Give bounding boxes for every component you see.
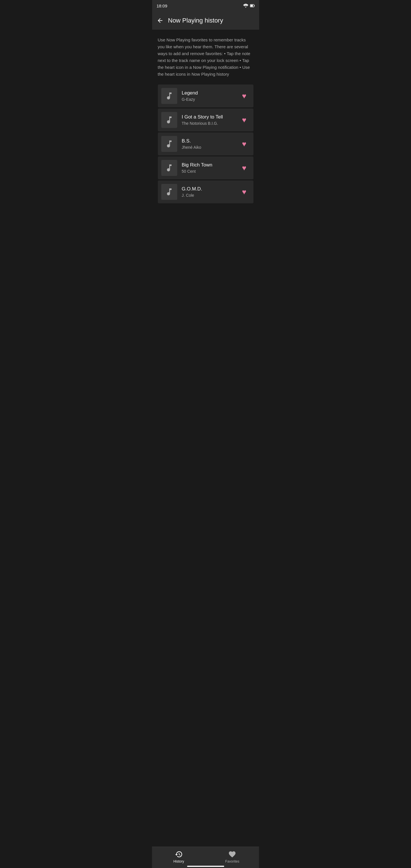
status-bar: 18:09 xyxy=(152,0,259,11)
music-note-icon xyxy=(165,115,174,124)
nav-favorites[interactable]: Favorites xyxy=(205,847,259,868)
music-note-icon xyxy=(165,140,174,149)
track-icon-3 xyxy=(161,136,177,152)
heart-button-2[interactable]: ♥ xyxy=(239,114,250,126)
track-info-1: Legend G-Eazy xyxy=(182,90,239,102)
bottom-nav: History Favorites xyxy=(152,846,259,868)
music-note-icon xyxy=(165,91,174,100)
heart-icon-3: ♥ xyxy=(242,140,246,149)
heart-icon-5: ♥ xyxy=(242,188,246,196)
main-content: Use Now Playing favorites to remember tr… xyxy=(152,30,259,210)
track-artist-2: The Notorious B.I.G. xyxy=(182,121,239,126)
track-icon-1 xyxy=(161,88,177,104)
heart-button-3[interactable]: ♥ xyxy=(239,138,250,150)
favorites-nav-label: Favorites xyxy=(225,860,239,863)
heart-button-1[interactable]: ♥ xyxy=(239,90,250,102)
back-arrow-icon xyxy=(157,17,163,24)
music-note-icon xyxy=(165,163,174,173)
music-note-icon xyxy=(165,187,174,196)
track-info-3: B.S. Jhené Aiko xyxy=(182,138,239,150)
history-nav-label: History xyxy=(173,860,184,863)
track-name-2: I Got a Story to Tell xyxy=(182,114,239,120)
status-icons xyxy=(243,4,255,8)
status-time: 18:09 xyxy=(157,3,167,8)
battery-icon xyxy=(250,4,255,8)
track-list: Legend G-Eazy ♥ I Got a Story to Tell Th… xyxy=(158,85,253,203)
heart-button-4[interactable]: ♥ xyxy=(239,162,250,174)
track-name-4: Big Rich Town xyxy=(182,162,239,168)
bottom-indicator xyxy=(187,866,224,867)
track-info-5: G.O.M.D. J. Cole xyxy=(182,186,239,197)
track-icon-5 xyxy=(161,184,177,200)
track-item: Legend G-Eazy ♥ xyxy=(158,85,253,107)
header: Now Playing history xyxy=(152,11,259,30)
track-info-2: I Got a Story to Tell The Notorious B.I.… xyxy=(182,114,239,126)
wifi-icon xyxy=(243,4,248,8)
page-title: Now Playing history xyxy=(168,17,223,24)
track-icon-4 xyxy=(161,160,177,176)
track-item: B.S. Jhené Aiko ♥ xyxy=(158,132,253,155)
track-icon-2 xyxy=(161,112,177,128)
heart-button-5[interactable]: ♥ xyxy=(239,186,250,197)
track-item: Big Rich Town 50 Cent ♥ xyxy=(158,156,253,179)
heart-icon-1: ♥ xyxy=(242,92,246,100)
svg-rect-1 xyxy=(251,5,253,7)
track-item: I Got a Story to Tell The Notorious B.I.… xyxy=(158,108,253,131)
nav-history[interactable]: History xyxy=(152,847,206,868)
description-text: Use Now Playing favorites to remember tr… xyxy=(158,36,253,78)
track-name-5: G.O.M.D. xyxy=(182,186,239,192)
svg-rect-2 xyxy=(254,5,255,6)
track-name-3: B.S. xyxy=(182,138,239,144)
track-item: G.O.M.D. J. Cole ♥ xyxy=(158,181,253,203)
heart-icon-2: ♥ xyxy=(242,116,246,124)
track-artist-5: J. Cole xyxy=(182,193,239,197)
back-button[interactable] xyxy=(157,17,163,24)
favorites-nav-icon xyxy=(228,850,236,858)
track-artist-3: Jhené Aiko xyxy=(182,145,239,150)
track-name-1: Legend xyxy=(182,90,239,96)
heart-icon-4: ♥ xyxy=(242,164,246,173)
track-info-4: Big Rich Town 50 Cent xyxy=(182,162,239,174)
track-artist-4: 50 Cent xyxy=(182,169,239,174)
history-nav-icon xyxy=(175,850,183,858)
track-artist-1: G-Eazy xyxy=(182,97,239,102)
